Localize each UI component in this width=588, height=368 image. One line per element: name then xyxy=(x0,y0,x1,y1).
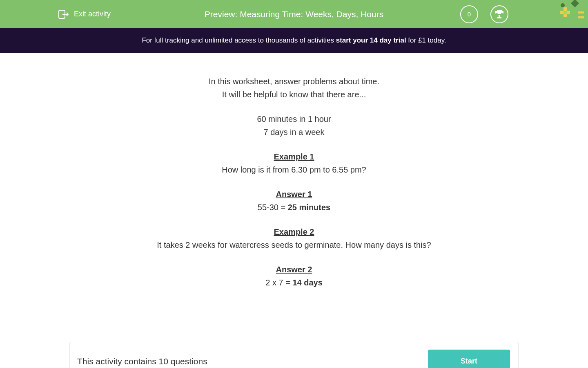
example-1-heading: Example 1 xyxy=(78,150,510,163)
example-2-heading: Example 2 xyxy=(78,226,510,238)
question-count-text: This activity contains 10 questions xyxy=(77,357,207,366)
header-bar: Exit activity Preview: Measuring Time: W… xyxy=(0,0,588,28)
svg-rect-8 xyxy=(578,16,584,18)
footer-card: This activity contains 10 questions Star… xyxy=(69,342,519,368)
promo-banner[interactable]: For full tracking and unlimited access t… xyxy=(0,28,588,53)
exit-activity-label: Exit activity xyxy=(74,10,111,18)
start-button[interactable]: Start xyxy=(428,350,510,368)
header-right-controls: 0 xyxy=(460,5,508,23)
trophy-badge[interactable] xyxy=(490,5,508,23)
score-value: 0 xyxy=(468,11,471,18)
svg-rect-2 xyxy=(564,7,567,11)
exit-icon xyxy=(58,9,69,19)
score-badge[interactable]: 0 xyxy=(460,5,478,23)
svg-rect-3 xyxy=(560,11,564,14)
answer-1-bold: 25 minutes xyxy=(288,203,330,212)
brand-logo-decoration xyxy=(559,0,586,22)
svg-rect-7 xyxy=(578,11,584,13)
example-2-text: It takes 2 weeks for watercress seeds to… xyxy=(78,239,510,251)
answer-1-heading: Answer 1 xyxy=(78,188,510,200)
page-title: Preview: Measuring Time: Weeks, Days, Ho… xyxy=(205,9,383,19)
worksheet-content: In this worksheet, answer problems about… xyxy=(69,53,519,305)
promo-suffix: for £1 today. xyxy=(406,36,446,44)
trophy-icon xyxy=(494,9,504,19)
intro-line-2: It will be helpful to know that there ar… xyxy=(78,88,510,101)
svg-point-1 xyxy=(561,3,565,7)
example-1-text: How long is it from 6.30 pm to 6.55 pm? xyxy=(78,164,510,176)
fact-1: 60 minutes in 1 hour xyxy=(78,113,510,125)
promo-prefix: For full tracking and unlimited access t… xyxy=(142,36,336,44)
exit-activity-button[interactable]: Exit activity xyxy=(58,9,111,19)
fact-2: 7 days in a week xyxy=(78,126,510,138)
answer-2-bold: 14 days xyxy=(292,278,322,287)
svg-rect-6 xyxy=(564,14,567,17)
intro-line-1: In this worksheet, answer problems about… xyxy=(78,75,510,88)
answer-2-heading: Answer 2 xyxy=(78,263,510,276)
promo-bold: start your 14 day trial xyxy=(336,36,406,44)
answer-1-prefix: 55-30 = xyxy=(258,203,288,212)
answer-2-text: 2 x 7 = 14 days xyxy=(78,276,510,289)
svg-rect-5 xyxy=(567,11,570,14)
answer-2-prefix: 2 x 7 = xyxy=(265,278,292,287)
answer-1-text: 55-30 = 25 minutes xyxy=(78,201,510,213)
svg-rect-4 xyxy=(564,11,567,14)
